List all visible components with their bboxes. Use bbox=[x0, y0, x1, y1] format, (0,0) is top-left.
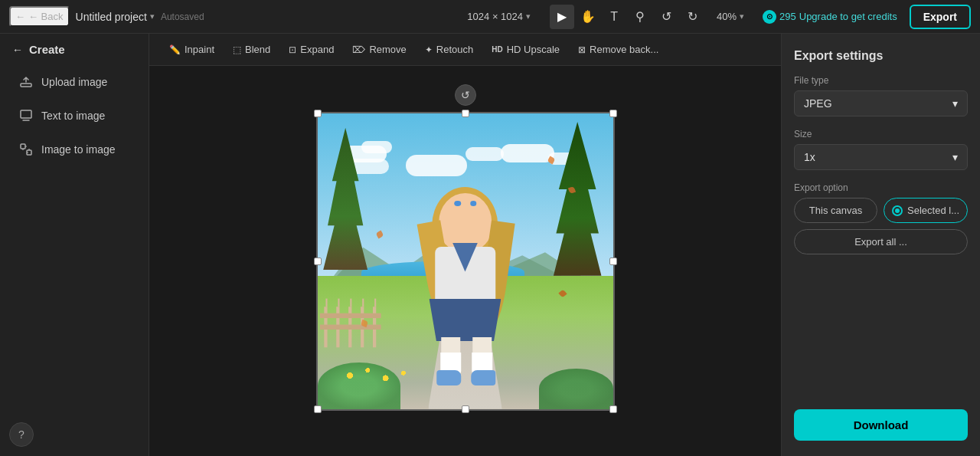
redo-button[interactable]: ↻ bbox=[680, 5, 704, 29]
zoom-control[interactable]: 40% ▾ bbox=[710, 8, 750, 25]
file-type-label: File type bbox=[794, 75, 968, 86]
anime-image-canvas[interactable] bbox=[316, 112, 615, 411]
radio-dot bbox=[892, 205, 903, 216]
main-content: ← Create Upload image Text to image bbox=[0, 34, 980, 456]
chevron-down-icon: ▾ bbox=[150, 11, 155, 21]
pen-icon: ⚲ bbox=[635, 9, 645, 24]
text-tool-button[interactable]: T bbox=[602, 5, 626, 29]
remove-bg-button[interactable]: ⊠ Remove back... bbox=[570, 40, 666, 59]
handle-top-left[interactable] bbox=[314, 110, 322, 117]
credits-icon: ⊙ bbox=[763, 10, 776, 24]
remove-button[interactable]: ⌦ Remove bbox=[345, 40, 413, 59]
back-button[interactable]: ← ← Back bbox=[9, 6, 70, 27]
image-to-image-icon bbox=[18, 142, 34, 157]
canvas-size-selector[interactable]: 1024 × 1024 ▾ bbox=[460, 7, 537, 26]
text-icon: T bbox=[610, 10, 618, 24]
refresh-button[interactable]: ↺ bbox=[455, 84, 476, 106]
export-button-label: Export bbox=[923, 11, 957, 23]
inpaint-button[interactable]: ✏️ Inpaint bbox=[162, 40, 222, 59]
handle-middle-right[interactable] bbox=[609, 258, 617, 265]
retouch-icon: ✦ bbox=[425, 44, 433, 55]
upload-icon bbox=[18, 74, 34, 90]
autosaved-label: Autosaved bbox=[161, 11, 204, 22]
character bbox=[418, 193, 513, 385]
download-button[interactable]: Download bbox=[794, 409, 968, 441]
help-button[interactable]: ? bbox=[9, 422, 34, 447]
svg-marker-17 bbox=[374, 299, 376, 307]
handle-top-right[interactable] bbox=[609, 110, 617, 117]
size-dropdown[interactable]: 1x ▾ bbox=[794, 144, 968, 170]
help-icon: ? bbox=[18, 428, 24, 441]
retouch-button[interactable]: ✦ Retouch bbox=[417, 40, 481, 59]
file-type-dropdown[interactable]: JPEG ▾ bbox=[794, 90, 968, 116]
export-button[interactable]: Export bbox=[910, 5, 971, 29]
canvas-viewport[interactable]: ↺ bbox=[149, 66, 781, 456]
sidebar-bottom: ? bbox=[0, 413, 149, 456]
char-shoe-right bbox=[471, 370, 495, 385]
upscale-icon: HD bbox=[492, 45, 502, 54]
blend-label: Blend bbox=[245, 44, 270, 55]
size-section: Size 1x ▾ bbox=[794, 129, 968, 170]
export-all-button[interactable]: Export all ... bbox=[794, 229, 968, 254]
inpaint-icon: ✏️ bbox=[169, 44, 181, 55]
sidebar-item-text-to-image[interactable]: Text to image bbox=[6, 100, 142, 131]
refresh-icon: ↺ bbox=[461, 89, 470, 101]
this-canvas-label: This canvas bbox=[809, 205, 862, 216]
upscale-label: HD Upscale bbox=[507, 44, 560, 55]
char-eye-left bbox=[455, 201, 461, 206]
export-option-label: Export option bbox=[794, 182, 968, 193]
radio-dot-inner bbox=[895, 208, 900, 213]
remove-label: Remove bbox=[369, 44, 406, 55]
this-canvas-button[interactable]: This canvas bbox=[794, 198, 877, 223]
blend-icon: ⬚ bbox=[233, 44, 241, 55]
export-all-label: Export all ... bbox=[854, 236, 907, 248]
export-option-section: Export option This canvas Selected l... … bbox=[794, 182, 968, 254]
handle-bottom-left[interactable] bbox=[314, 405, 322, 413]
handle-bottom-middle[interactable] bbox=[462, 405, 469, 413]
upload-label: Upload image bbox=[41, 76, 107, 88]
select-tool-button[interactable]: ▶ bbox=[550, 5, 574, 29]
blend-button[interactable]: ⬚ Blend bbox=[225, 40, 278, 59]
expand-button[interactable]: ⊡ Expand bbox=[281, 40, 341, 59]
zoom-value: 40% bbox=[717, 11, 737, 22]
char-shoe-left bbox=[436, 370, 461, 385]
selected-layer-radio: Selected l... bbox=[892, 205, 959, 216]
pen-tool-button[interactable]: ⚲ bbox=[628, 5, 652, 29]
project-name[interactable]: Untitled project ▾ bbox=[76, 11, 155, 23]
canvas-size-text: 1024 × 1024 bbox=[467, 11, 523, 22]
char-skirt bbox=[430, 299, 501, 341]
sidebar-item-upload[interactable]: Upload image bbox=[6, 67, 142, 97]
svg-rect-1 bbox=[21, 110, 31, 118]
project-name-text: Untitled project bbox=[76, 11, 147, 23]
file-type-value: JPEG bbox=[804, 97, 832, 110]
handle-top-middle[interactable] bbox=[462, 110, 469, 117]
chevron-down-icon: ▾ bbox=[740, 11, 744, 21]
upscale-button[interactable]: HD HD Upscale bbox=[484, 40, 567, 59]
svg-rect-11 bbox=[320, 313, 381, 318]
handle-middle-left[interactable] bbox=[314, 258, 322, 265]
remove-icon: ⌦ bbox=[352, 44, 365, 55]
credits-button[interactable]: ⊙ 295 Upgrade to get credits bbox=[756, 7, 903, 27]
expand-label: Expand bbox=[300, 44, 334, 55]
selected-layer-button[interactable]: Selected l... bbox=[884, 198, 968, 223]
export-option-group: This canvas Selected l... bbox=[794, 198, 968, 223]
cursor-icon: ▶ bbox=[557, 9, 567, 24]
anime-background bbox=[318, 113, 613, 409]
svg-marker-16 bbox=[363, 299, 364, 307]
hand-tool-button[interactable]: ✋ bbox=[576, 5, 600, 29]
char-eye-right bbox=[470, 201, 476, 206]
svg-rect-0 bbox=[21, 84, 31, 87]
download-label: Download bbox=[854, 418, 909, 431]
image-to-image-label: Image to image bbox=[41, 143, 116, 156]
upgrade-label: Upgrade to get credits bbox=[799, 11, 897, 22]
size-label: Size bbox=[794, 129, 968, 139]
handle-bottom-right[interactable] bbox=[609, 405, 617, 413]
size-value: 1x bbox=[804, 151, 815, 163]
credits-value: 295 bbox=[779, 11, 796, 22]
redo-icon: ↻ bbox=[688, 9, 697, 24]
sidebar-item-image-to-image[interactable]: Image to image bbox=[6, 134, 142, 165]
file-type-section: File type JPEG ▾ bbox=[794, 75, 968, 116]
undo-button[interactable]: ↺ bbox=[654, 5, 678, 29]
inpaint-label: Inpaint bbox=[185, 44, 214, 55]
text-image-icon bbox=[18, 108, 34, 123]
